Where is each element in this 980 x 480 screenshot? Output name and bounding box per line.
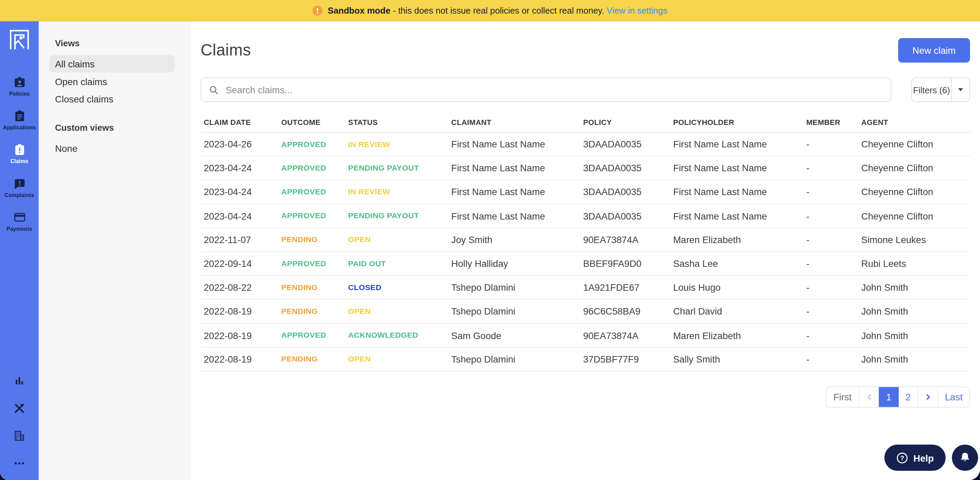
cell-policy: 3DAADA0035 — [583, 210, 673, 221]
sandbox-banner-message: - this does not issue real policies or c… — [390, 6, 607, 16]
bar-chart-icon[interactable] — [13, 375, 26, 387]
nav-rail-footer — [13, 375, 26, 480]
filters-dropdown-toggle[interactable] — [951, 78, 969, 102]
cell-outcome: APPROVED — [282, 164, 348, 172]
cell-claimant: Tshepo Dlamini — [451, 354, 583, 364]
cell-status: OPEN — [348, 235, 451, 244]
cell-agent: John Smith — [861, 306, 970, 317]
custom-views-list: None — [49, 140, 175, 157]
views-panel: Views All claims Open claims Closed clai… — [39, 21, 191, 480]
chevron-right-icon — [924, 392, 932, 401]
help-label: Help — [913, 453, 934, 463]
cell-member: - — [806, 210, 861, 221]
search-box — [201, 78, 891, 102]
cell-status: PAID OUT — [348, 259, 451, 268]
cell-status: IN REVIEW — [348, 188, 451, 196]
pagination-last-button[interactable]: Last — [937, 387, 969, 407]
custom-views-heading: Custom views — [49, 123, 175, 132]
filters-label[interactable]: Filters (6) — [912, 78, 951, 102]
cell-status: IN REVIEW — [348, 140, 451, 149]
sidebar-item-applications[interactable]: Applications — [0, 109, 39, 143]
cell-outcome: APPROVED — [282, 331, 348, 340]
view-item-closed-claims[interactable]: Closed claims — [49, 90, 175, 107]
sandbox-banner: Sandbox mode - this does not issue real … — [0, 0, 980, 21]
table-row[interactable]: 2022-08-22 PENDING CLOSED Tshepo Dlamini… — [201, 276, 970, 300]
bell-icon — [959, 451, 972, 464]
svg-text:?: ? — [900, 454, 904, 461]
cell-claimant: First Name Last Name — [451, 139, 583, 150]
more-icon[interactable] — [13, 457, 26, 470]
cell-status: ACKNOWLEDGED — [348, 331, 451, 340]
pagination-prev-button[interactable] — [859, 387, 879, 407]
cell-agent: John Smith — [861, 330, 970, 340]
cell-policyholder: First Name Last Name — [673, 210, 806, 221]
cell-status: PENDING PAYOUT — [348, 164, 451, 172]
notifications-button[interactable] — [952, 445, 978, 471]
view-item-open-claims[interactable]: Open claims — [49, 72, 175, 90]
claims-icon — [13, 144, 26, 156]
cell-claim-date: 2023-04-24 — [204, 163, 282, 173]
complaints-icon — [13, 177, 26, 190]
cell-claim-date: 2022-08-22 — [204, 282, 282, 293]
cell-policy: 90EA73874A — [583, 234, 673, 245]
new-claim-button[interactable]: New claim — [898, 38, 970, 62]
cell-claim-date: 2022-11-07 — [204, 234, 282, 245]
table-row[interactable]: 2022-11-07 PENDING OPEN Joy Smith 90EA73… — [201, 228, 970, 252]
cell-member: - — [806, 306, 861, 317]
table-row[interactable]: 2022-08-19 PENDING OPEN Tshepo Dlamini 9… — [201, 300, 970, 324]
cell-agent: John Smith — [861, 282, 970, 293]
sandbox-banner-bold: Sandbox mode — [328, 6, 390, 16]
table-row[interactable]: 2023-04-24 APPROVED PENDING PAYOUT First… — [201, 204, 970, 228]
cell-policyholder: First Name Last Name — [673, 139, 806, 150]
cell-status: OPEN — [348, 355, 451, 364]
payments-icon — [13, 211, 26, 224]
root-logo[interactable] — [10, 29, 30, 50]
warning-icon — [313, 6, 323, 16]
cell-member: - — [806, 258, 861, 269]
view-in-settings-link[interactable]: View in settings — [607, 6, 667, 16]
tools-icon[interactable] — [13, 402, 26, 415]
search-input[interactable] — [224, 84, 883, 96]
pagination-first-button[interactable]: First — [826, 387, 859, 407]
table-row[interactable]: 2022-08-19 APPROVED ACKNOWLEDGED Sam Goo… — [201, 324, 970, 348]
column-header-policy: POLICY — [583, 118, 673, 127]
cell-agent: Simone Leukes — [861, 234, 970, 245]
sandbox-banner-text: Sandbox mode - this does not issue real … — [328, 6, 667, 16]
pagination-page-2[interactable]: 2 — [899, 387, 917, 407]
cell-claimant: First Name Last Name — [451, 163, 583, 173]
page-header: Claims New claim — [201, 37, 970, 62]
cell-policyholder: Maren Elizabeth — [673, 330, 806, 340]
cell-outcome: PENDING — [282, 307, 348, 316]
table-row[interactable]: 2022-08-19 PENDING OPEN Tshepo Dlamini 3… — [201, 348, 970, 372]
table-row[interactable]: 2022-09-14 APPROVED PAID OUT Holly Halli… — [201, 252, 970, 276]
column-header-policyholder: POLICYHOLDER — [673, 118, 806, 127]
cell-policyholder: Charl David — [673, 306, 806, 317]
cell-policy: 3DAADA0035 — [583, 187, 673, 197]
cell-status: PENDING PAYOUT — [348, 211, 451, 220]
cell-outcome: APPROVED — [282, 259, 348, 268]
cell-member: - — [806, 330, 861, 340]
toolbar: Filters (6) — [201, 78, 970, 102]
view-item-all-claims[interactable]: All claims — [49, 55, 175, 72]
cell-member: - — [806, 187, 861, 197]
cell-policyholder: First Name Last Name — [673, 187, 806, 197]
cell-claim-date: 2023-04-26 — [204, 139, 282, 150]
cell-status: OPEN — [348, 307, 451, 316]
sidebar-item-payments[interactable]: Payments — [0, 211, 39, 244]
cell-policy: BBEF9FA9D0 — [583, 258, 673, 269]
table-row[interactable]: 2023-04-24 APPROVED PENDING PAYOUT First… — [201, 156, 970, 180]
pagination-next-button[interactable] — [917, 387, 937, 407]
sidebar-item-claims[interactable]: Claims — [0, 144, 39, 177]
sidebar-item-complaints[interactable]: Complaints — [0, 177, 39, 211]
cell-policyholder: Louis Hugo — [673, 282, 806, 293]
column-header-claimant: CLAIMANT — [451, 118, 583, 127]
building-icon[interactable] — [13, 430, 26, 442]
help-button[interactable]: ? Help — [885, 445, 946, 471]
cell-outcome: APPROVED — [282, 140, 348, 149]
pagination: First 1 2 Last — [826, 386, 970, 408]
table-row[interactable]: 2023-04-24 APPROVED IN REVIEW First Name… — [201, 180, 970, 204]
sidebar-item-policies[interactable]: Policies — [0, 76, 39, 109]
views-list: All claims Open claims Closed claims — [49, 55, 175, 108]
table-row[interactable]: 2023-04-26 APPROVED IN REVIEW First Name… — [201, 132, 970, 156]
pagination-page-1[interactable]: 1 — [878, 387, 899, 407]
